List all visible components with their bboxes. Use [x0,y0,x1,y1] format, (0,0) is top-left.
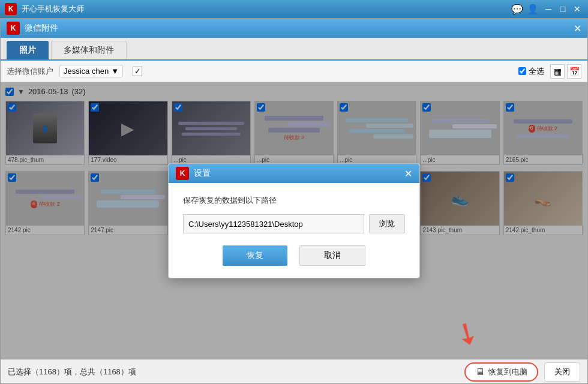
account-checkbox[interactable]: ✓ [133,67,142,76]
dialog-close-button[interactable]: ✕ [404,168,412,179]
dropdown-icon: ▼ [111,67,119,76]
dialog-browse-button[interactable]: 浏览 [369,214,405,233]
tab-bar: 照片 多媒体和附件 [1,38,587,61]
dialog-description: 保存恢复的数据到以下路径 [183,195,405,206]
close-app-button[interactable]: ✕ [571,3,583,15]
dialog-header: K 设置 ✕ [169,164,419,183]
maximize-button[interactable]: □ [557,3,569,15]
status-bar: 已选择（1168）项，总共（1168）项 🖥 恢复到电脑 关闭 [1,359,587,383]
dialog-cancel-button[interactable]: 取消 [299,245,365,266]
calendar-view-button[interactable]: 📅 [567,64,581,79]
minimize-button[interactable]: ─ [542,3,554,15]
main-window: K 微信附件 ✕ 照片 多媒体和附件 选择微信账户 Jessica chen ▼… [0,18,588,384]
restore-icon: 🖥 [475,367,485,377]
dialog-overlay: ➘ K 设置 ✕ 保存恢复的数据到以下路径 浏览 恢复 取消 [1,82,587,359]
restore-to-pc-button[interactable]: 🖥 恢复到电脑 [464,362,538,382]
select-all-checkbox[interactable] [518,67,526,75]
dialog-path-row: 浏览 [183,214,405,233]
account-label: 选择微信账户 [7,66,53,77]
subwindow-close-button[interactable]: ✕ [574,23,581,34]
subwindow-title: 微信附件 [25,23,58,34]
toolbar: 选择微信账户 Jessica chen ▼ ✓ 全选 ▦ 📅 [1,61,587,82]
settings-dialog: K 设置 ✕ 保存恢复的数据到以下路径 浏览 恢复 取消 [168,163,420,278]
select-all-group: 全选 [518,66,544,77]
title-bar: K 开心手机恢复大师 💬 👤 ─ □ ✕ [0,0,588,18]
dialog-logo: K [176,167,189,180]
account-selector[interactable]: Jessica chen ▼ [59,65,123,77]
dialog-actions: 恢复 取消 [183,245,405,266]
status-bar-right: 🖥 恢复到电脑 关闭 [464,362,580,382]
select-all-label: 全选 [529,66,544,77]
app-title: 开心手机恢复大师 [22,4,511,14]
tab-media[interactable]: 多媒体和附件 [51,41,127,59]
app-logo: K [5,3,17,15]
tab-photos[interactable]: 照片 [7,41,49,59]
dialog-ok-button[interactable]: 恢复 [223,245,287,266]
account-name: Jessica chen [64,67,109,76]
dialog-path-input[interactable] [183,214,364,233]
social-icon2[interactable]: 👤 [527,4,539,15]
content-area: ▼ 2016-05-13 (32) 👤 478.pic_thum ▶ [1,82,587,359]
social-icon1[interactable]: 💬 [511,4,523,15]
status-text: 已选择（1168）项，总共（1168）项 [8,367,136,377]
view-icons: ▦ 📅 [550,64,581,79]
sub-title-bar: K 微信附件 ✕ [1,19,587,38]
close-button[interactable]: 关闭 [544,362,580,382]
dialog-body: 保存恢复的数据到以下路径 浏览 恢复 取消 [169,183,419,278]
grid-view-button[interactable]: ▦ [550,64,565,79]
arrow-indicator: ➘ [448,312,487,355]
dialog-title: 设置 [194,168,211,179]
sub-logo: K [7,22,20,35]
restore-button-label: 恢复到电脑 [488,367,527,377]
